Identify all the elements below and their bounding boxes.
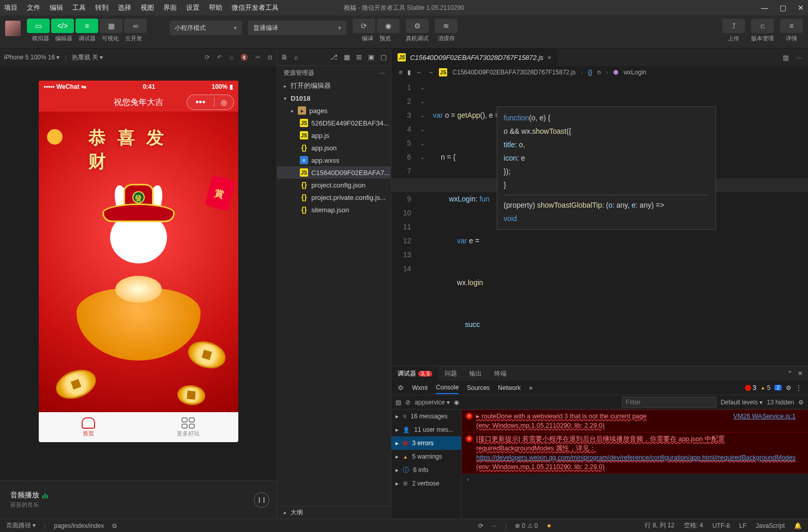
capsule-close-icon[interactable]: ◎	[215, 98, 234, 106]
red-packet-icon[interactable]	[205, 175, 235, 211]
menu-wechat-devtool[interactable]: 微信开发者工具	[232, 3, 279, 12]
tree-file[interactable]: ≡app.wxss	[277, 154, 391, 166]
layout-icon[interactable]: ▦	[344, 53, 350, 61]
eol-indicator[interactable]: LF	[739, 522, 746, 529]
hot-reload-toggle[interactable]: 热重载 关 ▾	[72, 53, 103, 62]
menu-edit[interactable]: 编辑	[50, 3, 63, 12]
close-icon[interactable]: ✕	[798, 4, 804, 12]
breadcrumb-symbol[interactable]: wxLogin	[623, 69, 646, 76]
corner-badge-icon[interactable]	[43, 126, 65, 148]
fold-gutter[interactable]: ⌄⌄⌄⌄⌄⌄	[420, 79, 431, 366]
breadcrumb-file[interactable]: C15640D09F02EBAFA73028D767F15872.js	[452, 69, 575, 76]
side-row-verbose[interactable]: ▸2 verbose	[391, 477, 461, 490]
menu-view[interactable]: 视图	[141, 3, 154, 12]
capsule-menu-icon[interactable]: •••	[187, 97, 214, 108]
back-icon[interactable]: ↶	[217, 54, 222, 61]
console-prompt[interactable]: ›	[462, 474, 808, 485]
language-indicator[interactable]: JavaScript	[756, 522, 785, 529]
preview-button[interactable]: ◉	[377, 19, 400, 33]
tree-file-selected[interactable]: JSC15640D09F02EBAFA7...	[277, 166, 391, 179]
mode-select[interactable]: 小程序模式▾	[170, 21, 242, 35]
hidden-count[interactable]: 13 hidden	[767, 399, 794, 406]
phone-body[interactable]: 恭喜发财 發	[39, 112, 238, 412]
minimize-icon[interactable]: —	[761, 4, 768, 12]
more-icon[interactable]: ···	[379, 69, 385, 76]
tabbar-home[interactable]: 首页	[39, 417, 139, 437]
tree-file[interactable]: {}project.config.json	[277, 179, 391, 191]
tree-open-editors[interactable]: ▸打开的编辑器	[277, 80, 391, 92]
devtools-tab-problems[interactable]: 问题	[438, 366, 463, 381]
more-icon[interactable]: ···	[796, 54, 802, 61]
simulator-button[interactable]: ▭	[27, 19, 50, 33]
editor-button[interactable]: </>	[51, 19, 74, 33]
clear-cache-button[interactable]: ≋	[435, 19, 458, 33]
remote-debug-button[interactable]: ⚙	[406, 19, 429, 33]
encoding-indicator[interactable]: UTF-8	[712, 522, 730, 529]
tree-file[interactable]: {}project.private.config.js...	[277, 191, 391, 204]
outline-header[interactable]: ▸大纲	[277, 506, 391, 519]
subtab-wxml[interactable]: Wxml	[412, 384, 428, 392]
tree-root[interactable]: ▾D1018	[277, 92, 391, 104]
toggle-sidebar-icon[interactable]: ▤	[395, 399, 401, 406]
side-row-warnings[interactable]: ▸5 warnings	[391, 450, 461, 463]
nav-fwd-icon[interactable]: →	[428, 69, 434, 76]
bell-icon[interactable]: 🔔	[794, 522, 802, 529]
devtools-tab-terminal[interactable]: 终端	[488, 366, 513, 381]
console-error-row[interactable]: [接口更新提示] 若需要小程序在退到后台后继续播放音频，你需要在 app.jso…	[462, 432, 808, 474]
avatar[interactable]	[5, 21, 21, 36]
eye-icon[interactable]: ◉	[454, 399, 459, 406]
copy-icon[interactable]: ⧉	[112, 522, 117, 529]
page-path-label[interactable]: 页面路径 ▾	[6, 521, 36, 530]
menu-select[interactable]: 选择	[118, 3, 131, 12]
chevron-up-icon[interactable]: ⌃	[787, 370, 792, 377]
indent-indicator[interactable]: 空格: 4	[684, 521, 703, 530]
tree-folder-pages[interactable]: ▸▸pages	[277, 104, 391, 117]
visualize-button[interactable]: ▦	[100, 19, 123, 33]
gear-icon[interactable]: ⚙	[798, 399, 804, 406]
compile-button[interactable]: ⟳	[353, 19, 375, 33]
extension-icon[interactable]: ▣	[368, 53, 374, 61]
subtab-network[interactable]: Network	[498, 384, 521, 392]
side-row-errors[interactable]: ▸3 errors	[391, 436, 461, 450]
console-source-link[interactable]: VM26 WAService.js:1	[734, 412, 796, 421]
info-count-badge[interactable]: 2	[774, 385, 782, 390]
pause-button[interactable]: ❙❙	[254, 492, 269, 508]
compile-select[interactable]: 普通编译▾	[248, 21, 346, 35]
terminal-icon[interactable]: ▢	[380, 53, 387, 61]
detail-button[interactable]: ≡	[780, 19, 803, 33]
close-icon[interactable]: ×	[547, 54, 552, 61]
cursor-position[interactable]: 行 8, 列 12	[645, 521, 674, 530]
split-editor-icon[interactable]: ▥	[783, 54, 789, 61]
refresh-icon[interactable]: ⟳	[478, 522, 483, 529]
breadcrumb[interactable]: ≡ ▮ ← → JS C15640D09F02EBAFA73028D767F15…	[391, 66, 808, 79]
subtab-sources[interactable]: Sources	[467, 384, 490, 392]
side-row-info[interactable]: ▸6 info	[391, 463, 461, 477]
inspect-icon[interactable]: ⯐	[398, 384, 404, 392]
error-count[interactable]: 3	[745, 384, 756, 392]
close-icon[interactable]: ✕	[798, 370, 803, 377]
menu-ui[interactable]: 界面	[163, 3, 177, 12]
list-icon[interactable]: ≡	[399, 69, 402, 76]
editor-tab-active[interactable]: JS C15640D09F02EBAFA73028D767F15872.js ×	[391, 49, 558, 66]
menu-goto[interactable]: 转到	[95, 3, 109, 12]
context-select[interactable]: appservice ▾	[415, 399, 449, 406]
page-path-value[interactable]: pages/index/index	[54, 522, 104, 529]
menu-tool[interactable]: 工具	[72, 3, 86, 12]
breadcrumb-symbol[interactable]: n	[598, 69, 601, 76]
float-icon[interactable]: ⧉	[268, 54, 272, 61]
levels-select[interactable]: Default levels ▾	[721, 399, 763, 406]
menu-settings[interactable]: 设置	[186, 3, 200, 12]
filter-input[interactable]	[622, 397, 716, 408]
package-icon[interactable]: ⊞	[356, 53, 362, 61]
menu-project[interactable]: 项目	[4, 3, 18, 12]
tree-file[interactable]: {}sitemap.json	[277, 204, 391, 216]
rotate-icon[interactable]: ⟳	[205, 54, 210, 61]
more-icon[interactable]: ···	[492, 522, 497, 529]
files-icon[interactable]: 🗎	[281, 53, 288, 61]
more-tabs-icon[interactable]: »	[529, 384, 532, 392]
tree-file[interactable]: JS526D5E449F02EBAF34...	[277, 117, 391, 129]
tabbar-more[interactable]: 更多好玩	[139, 417, 238, 437]
side-row-user[interactable]: ▸11 user mes...	[391, 423, 461, 436]
gear-icon[interactable]: ⚙	[786, 384, 791, 392]
home-icon[interactable]: ⌂	[230, 54, 233, 61]
